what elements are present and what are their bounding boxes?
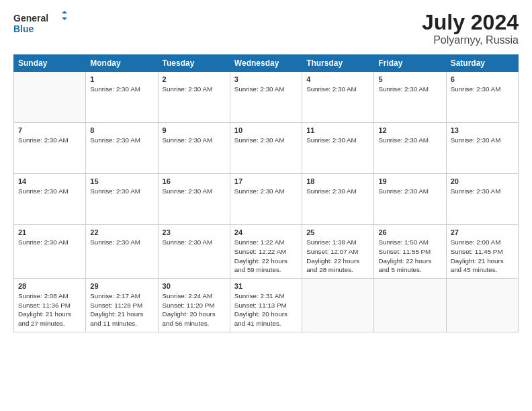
table-cell: 2Sunrise: 2:30 AM	[158, 72, 230, 123]
table-cell: 22Sunrise: 2:30 AM	[86, 225, 158, 279]
table-cell: 3Sunrise: 2:30 AM	[230, 72, 302, 123]
table-cell	[446, 279, 518, 332]
day-info: Sunrise: 2:30 AM	[234, 136, 298, 145]
day-number: 6	[451, 75, 514, 83]
table-cell: 16Sunrise: 2:30 AM	[158, 174, 230, 225]
month-title: July 2024	[422, 11, 519, 34]
day-info: Sunrise: 2:30 AM	[90, 136, 153, 145]
day-info: Sunrise: 2:17 AMSunset: 11:28 PMDaylight…	[90, 291, 153, 328]
col-monday: Monday	[86, 55, 158, 72]
day-number: 25	[306, 228, 369, 236]
day-info: Sunrise: 2:30 AM	[90, 187, 153, 196]
day-info: Sunrise: 2:30 AM	[234, 187, 298, 196]
table-cell: 19Sunrise: 2:30 AM	[374, 174, 446, 225]
table-cell: 24Sunrise: 1:22 AMSunset: 12:22 AMDaylig…	[230, 225, 302, 279]
svg-marker-2	[62, 11, 67, 13]
day-info: Sunrise: 2:30 AM	[306, 85, 369, 94]
day-number: 28	[18, 282, 81, 290]
day-number: 30	[163, 282, 226, 290]
table-cell: 6Sunrise: 2:30 AM	[446, 72, 518, 123]
table-cell: 27Sunrise: 2:00 AMSunset: 11:45 PMDaylig…	[446, 225, 518, 279]
day-number: 22	[90, 228, 153, 236]
day-info: Sunrise: 2:30 AM	[378, 187, 441, 196]
day-number: 1	[90, 75, 153, 83]
day-number: 13	[451, 126, 514, 134]
table-cell: 8Sunrise: 2:30 AM	[86, 123, 158, 174]
location-title: Polyarnyy, Russia	[422, 34, 519, 46]
table-cell: 12Sunrise: 2:30 AM	[374, 123, 446, 174]
day-number: 8	[90, 126, 153, 134]
svg-marker-3	[62, 17, 67, 20]
day-info: Sunrise: 2:30 AM	[163, 187, 226, 196]
day-number: 23	[163, 228, 226, 236]
day-number: 16	[163, 177, 226, 185]
col-friday: Friday	[374, 55, 446, 72]
week-row-3: 21Sunrise: 2:30 AM22Sunrise: 2:30 AM23Su…	[14, 225, 519, 279]
table-cell: 21Sunrise: 2:30 AM	[14, 225, 86, 279]
day-number: 31	[234, 282, 298, 290]
col-tuesday: Tuesday	[158, 55, 230, 72]
day-number: 21	[18, 228, 81, 236]
week-row-0: 1Sunrise: 2:30 AM2Sunrise: 2:30 AM3Sunri…	[14, 72, 519, 123]
table-cell: 23Sunrise: 2:30 AM	[158, 225, 230, 279]
day-number: 9	[163, 126, 226, 134]
table-cell: 15Sunrise: 2:30 AM	[86, 174, 158, 225]
table-cell: 31Sunrise: 2:31 AMSunset: 11:13 PMDaylig…	[230, 279, 302, 332]
day-number: 14	[18, 177, 81, 185]
day-number: 10	[234, 126, 298, 134]
day-info: Sunrise: 2:24 AMSunset: 11:20 PMDaylight…	[163, 291, 226, 328]
logo: General Blue	[13, 11, 67, 35]
day-info: Sunrise: 2:30 AM	[90, 85, 153, 94]
svg-text:General: General	[13, 13, 48, 24]
table-cell: 17Sunrise: 2:30 AM	[230, 174, 302, 225]
day-info: Sunrise: 2:30 AM	[306, 136, 369, 145]
table-cell: 13Sunrise: 2:30 AM	[446, 123, 518, 174]
day-number: 2	[163, 75, 226, 83]
table-cell	[374, 279, 446, 332]
calendar-table: Sunday Monday Tuesday Wednesday Thursday…	[13, 54, 519, 332]
day-number: 24	[234, 228, 298, 236]
day-info: Sunrise: 2:30 AM	[163, 136, 226, 145]
day-info: Sunrise: 2:30 AM	[163, 238, 226, 247]
day-info: Sunrise: 2:00 AMSunset: 11:45 PMDaylight…	[451, 238, 514, 275]
table-cell: 30Sunrise: 2:24 AMSunset: 11:20 PMDaylig…	[158, 279, 230, 332]
day-info: Sunrise: 2:30 AM	[451, 85, 514, 94]
day-info: Sunrise: 1:38 AMSunset: 12:07 AMDaylight…	[306, 238, 369, 275]
day-number: 26	[378, 228, 441, 236]
day-info: Sunrise: 2:08 AMSunset: 11:36 PMDaylight…	[18, 291, 81, 328]
day-info: Sunrise: 1:50 AMSunset: 11:55 PMDaylight…	[378, 238, 441, 275]
day-number: 11	[306, 126, 369, 134]
table-cell: 20Sunrise: 2:30 AM	[446, 174, 518, 225]
day-number: 4	[306, 75, 369, 83]
logo-svg: General Blue	[13, 11, 67, 35]
day-number: 5	[378, 75, 441, 83]
header-row: Sunday Monday Tuesday Wednesday Thursday…	[14, 55, 519, 72]
day-number: 27	[451, 228, 514, 236]
day-number: 19	[378, 177, 441, 185]
title-block: July 2024 Polyarnyy, Russia	[422, 11, 519, 46]
table-cell: 7Sunrise: 2:30 AM	[14, 123, 86, 174]
day-info: Sunrise: 2:30 AM	[163, 85, 226, 94]
day-number: 29	[90, 282, 153, 290]
day-number: 20	[451, 177, 514, 185]
day-info: Sunrise: 2:30 AM	[378, 85, 441, 94]
table-cell: 14Sunrise: 2:30 AM	[14, 174, 86, 225]
page: General Blue July 2024 Polyarnyy, Russia…	[0, 0, 532, 411]
day-info: Sunrise: 2:30 AM	[18, 187, 81, 196]
svg-text:Blue: Blue	[13, 24, 34, 34]
day-info: Sunrise: 2:30 AM	[378, 136, 441, 145]
table-cell: 9Sunrise: 2:30 AM	[158, 123, 230, 174]
day-number: 12	[378, 126, 441, 134]
day-info: Sunrise: 2:30 AM	[234, 85, 298, 94]
day-info: Sunrise: 2:30 AM	[451, 136, 514, 145]
day-info: Sunrise: 1:22 AMSunset: 12:22 AMDaylight…	[234, 238, 298, 275]
header: General Blue July 2024 Polyarnyy, Russia	[13, 11, 519, 46]
table-cell: 11Sunrise: 2:30 AM	[302, 123, 374, 174]
day-number: 17	[234, 177, 298, 185]
table-cell: 18Sunrise: 2:30 AM	[302, 174, 374, 225]
table-cell: 10Sunrise: 2:30 AM	[230, 123, 302, 174]
table-cell	[14, 72, 86, 123]
table-cell: 26Sunrise: 1:50 AMSunset: 11:55 PMDaylig…	[374, 225, 446, 279]
col-thursday: Thursday	[302, 55, 374, 72]
table-cell: 1Sunrise: 2:30 AM	[86, 72, 158, 123]
